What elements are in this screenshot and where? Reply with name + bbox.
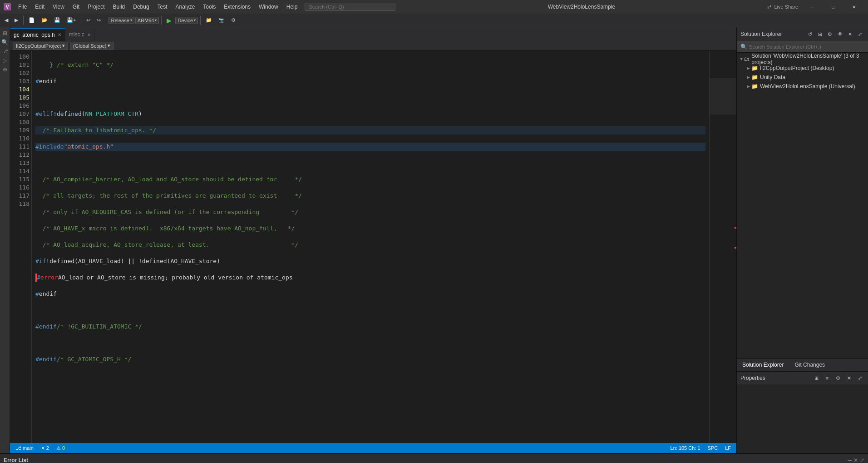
activity-explorer[interactable]: ⊞ — [1, 29, 9, 37]
forward-button[interactable]: ▶ — [12, 16, 21, 24]
live-share-icon: ⇄ — [767, 4, 771, 10]
warning-count-label: 0 — [62, 445, 65, 451]
menu-tools[interactable]: Tools — [199, 3, 219, 11]
line-ending[interactable]: LF — [723, 445, 733, 451]
configuration-dropdown[interactable]: Release ▾ — [108, 17, 134, 24]
git-branch[interactable]: ⎇ main — [14, 445, 35, 451]
code-editor[interactable]: 100101102103 104105 106107108109 1101111… — [10, 51, 736, 443]
menu-edit[interactable]: Edit — [31, 3, 48, 11]
menu-view[interactable]: View — [49, 3, 68, 11]
tab-gc-atomic[interactable]: gc_atomic_ops.h ✕ — [10, 28, 65, 41]
tab-misc[interactable]: misc.c ✕ — [65, 28, 95, 41]
configuration-label: Release — [111, 18, 129, 23]
se-tab-git[interactable]: Git Changes — [789, 359, 830, 372]
vs-logo: V — [4, 3, 11, 10]
se-close-button[interactable]: ✕ — [845, 30, 854, 39]
menu-test[interactable]: Test — [154, 3, 171, 11]
se-toolbar: ↺ ⊞ ⚙ 👁 ✕ ⤢ — [805, 30, 864, 39]
menu-project[interactable]: Project — [84, 3, 108, 11]
se-header: Solution Explorer ↺ ⊞ ⚙ 👁 ✕ ⤢ — [737, 27, 868, 41]
toolbar-sep-3 — [106, 16, 106, 25]
line-ending-label: LF — [725, 445, 731, 451]
undo-button[interactable]: ↩ — [84, 16, 93, 24]
save-button[interactable]: 💾 — [51, 16, 63, 24]
se-search-input[interactable] — [749, 44, 864, 50]
col-label: Ch: 1 — [688, 445, 700, 451]
maximize-button[interactable]: □ — [823, 0, 843, 14]
expand-panel-icon[interactable]: ⤢ — [860, 457, 864, 463]
main-toolbar: ◀ ▶ 📄 📂 💾 💾+ ↩ ↪ Release ▾ ARM64 ▾ ▶ Dev… — [0, 14, 868, 27]
solution-label: Solution 'WebView2HoloLensSample' (3 of … — [751, 53, 866, 65]
prop-header: Properties ⊞ ≡ ⚙ ✕ ⤢ — [737, 372, 868, 384]
project-dropdown[interactable]: Il2CppOutputProject ▾ — [13, 42, 68, 50]
settings-button[interactable]: ⚙ — [228, 16, 238, 24]
activity-extensions[interactable]: ⊕ — [1, 65, 9, 74]
se-filter-button[interactable]: ⊞ — [815, 30, 824, 39]
toolbar-sep-2 — [81, 16, 81, 25]
tab-bar: gc_atomic_ops.h ✕ misc.c ✕ — [10, 27, 736, 41]
menu-git[interactable]: Git — [69, 3, 83, 11]
encoding[interactable]: SPC — [706, 445, 720, 451]
new-file-button[interactable]: 📄 — [26, 16, 38, 24]
se-expand-button[interactable]: ⤢ — [855, 30, 864, 39]
folder-button[interactable]: 📁 — [203, 16, 215, 24]
warning-count[interactable]: ⚠ 0 — [54, 445, 67, 451]
bottom-panel: Error List ─ ✕ ⤢ Entire Solution ▾ ✕ 16 … — [0, 453, 868, 463]
minimap-slider[interactable] — [710, 78, 736, 115]
error-marker-2 — [735, 247, 736, 249]
activity-search[interactable]: 🔍 — [1, 38, 9, 46]
menu-extensions[interactable]: Extensions — [220, 3, 254, 11]
prop-sort-button[interactable]: ⊞ — [812, 373, 821, 383]
cursor-position[interactable]: Ln: 105 Ch: 1 — [669, 445, 702, 451]
tree-solution[interactable]: ▼ 🗂 Solution 'WebView2HoloLensSample' (3… — [737, 55, 868, 64]
run-target-dropdown[interactable]: Device ▾ — [175, 17, 198, 24]
menu-analyze[interactable]: Analyze — [172, 3, 199, 11]
prop-expand-button[interactable]: ⤢ — [855, 373, 864, 383]
toolbar-sep-4 — [161, 16, 162, 25]
scope-arrow-icon: ▾ — [108, 43, 110, 49]
line-numbers: 100101102103 104105 106107108109 1101111… — [10, 51, 32, 443]
code-content[interactable]: } /* extern "C" */ # endif #elif !define… — [32, 51, 709, 443]
title-search-input[interactable] — [305, 3, 395, 11]
redo-button[interactable]: ↪ — [94, 16, 104, 24]
activity-git[interactable]: ⎇ — [1, 47, 9, 55]
camera-button[interactable]: 📷 — [216, 16, 227, 24]
se-preview-button[interactable]: 👁 — [835, 30, 844, 39]
menu-window[interactable]: Window — [255, 3, 282, 11]
live-share-label[interactable]: Live Share — [774, 4, 798, 10]
minimize-panel-icon[interactable]: ─ — [848, 457, 852, 463]
prop-settings-icon[interactable]: ⚙ — [833, 373, 843, 383]
webview-label: WebView2HoloLensSample (Universal) — [760, 83, 855, 90]
back-button[interactable]: ◀ — [2, 16, 11, 24]
tab-gc-atomic-close[interactable]: ✕ — [58, 32, 61, 37]
editor-area: gc_atomic_ops.h ✕ misc.c ✕ Il2CppOutputP… — [10, 27, 736, 453]
menu-help[interactable]: Help — [283, 3, 301, 11]
error-list-close-button[interactable]: ─ ✕ ⤢ — [848, 457, 864, 463]
minimize-button[interactable]: ─ — [802, 0, 823, 14]
unity-label: Unity Data — [760, 74, 785, 80]
activity-debug[interactable]: ▷ — [1, 56, 9, 65]
prop-filter-button[interactable]: ≡ — [823, 373, 832, 383]
close-button[interactable]: ✕ — [843, 0, 864, 14]
tree-webview[interactable]: ▶ 📁 WebView2HoloLensSample (Universal) — [737, 82, 868, 91]
platform-dropdown[interactable]: ARM64 ▾ — [135, 17, 159, 24]
menu-debug[interactable]: Debug — [129, 3, 153, 11]
se-search: 🔍 — [737, 41, 868, 53]
toolbar-sep-1 — [23, 16, 24, 25]
menu-file[interactable]: File — [15, 3, 30, 11]
se-sync-button[interactable]: ↺ — [805, 30, 814, 39]
se-tab-solution[interactable]: Solution Explorer — [737, 359, 789, 372]
webview-expand-icon: ▶ — [745, 84, 751, 89]
error-count[interactable]: ✕ 2 — [39, 445, 51, 451]
prop-close-button[interactable]: ✕ — [844, 373, 853, 383]
save-all-button[interactable]: 💾+ — [64, 16, 79, 24]
scope-dropdown[interactable]: (Global Scope) ▾ — [70, 42, 113, 50]
se-tabs: Solution Explorer Git Changes — [737, 358, 868, 371]
open-file-button[interactable]: 📂 — [39, 16, 50, 24]
tree-unity-data[interactable]: ▶ 📁 Unity Data — [737, 73, 868, 82]
run-button[interactable]: ▶ — [164, 16, 174, 25]
se-props-button[interactable]: ⚙ — [825, 30, 834, 39]
menu-build[interactable]: Build — [109, 3, 129, 11]
close-panel-icon[interactable]: ✕ — [853, 457, 858, 463]
tab-misc-close[interactable]: ✕ — [87, 32, 91, 37]
